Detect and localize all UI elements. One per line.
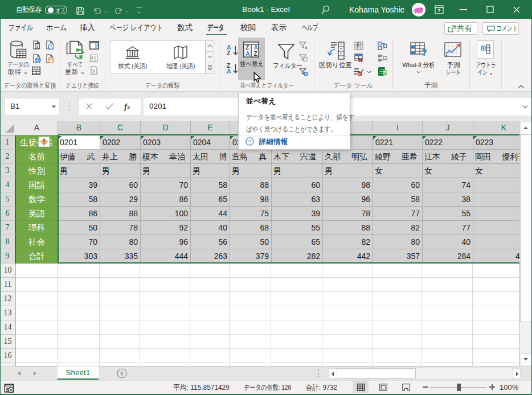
svg-text:?: ? xyxy=(248,138,251,145)
svg-text:?: ? xyxy=(421,48,427,57)
